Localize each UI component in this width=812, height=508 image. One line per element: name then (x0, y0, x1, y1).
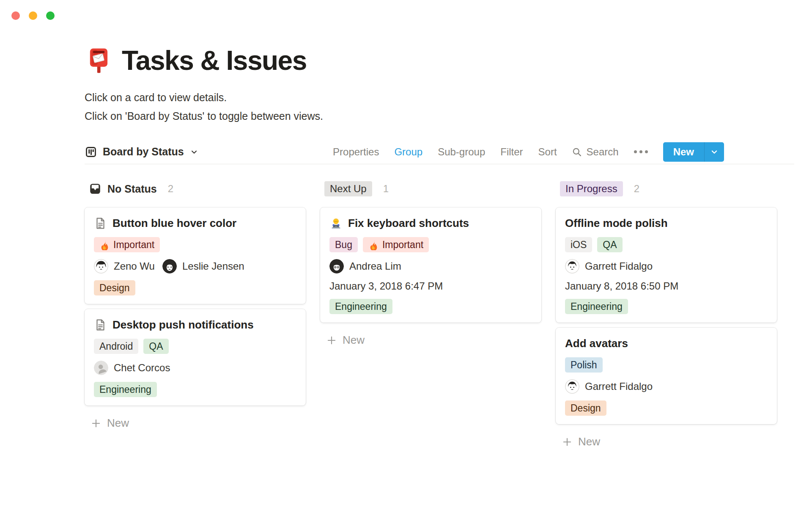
card-fix-keyboard-shortcuts[interactable]: Fix keyboard shortcutsBug Important Andr… (320, 207, 541, 323)
tag-engineering: Engineering (565, 299, 628, 314)
plus-icon (91, 418, 102, 429)
card-button-blue-hover-color[interactable]: Button blue hover color Important Zeno W… (85, 207, 306, 304)
card-title: Button blue hover color (94, 216, 296, 230)
card-add-avatars[interactable]: Add avatarsPolish Garrett FidalgoDesign (556, 328, 777, 424)
search-label: Search (587, 146, 619, 158)
add-card-label: New (578, 435, 600, 448)
tag-important: Important (363, 237, 429, 252)
card-title: Desktop push notifications (94, 318, 296, 332)
view-switcher-board-by-status[interactable]: Board by Status (85, 146, 199, 158)
add-card-button-in-progress[interactable]: New (556, 435, 777, 448)
board-column-no-status: No Status2 Button blue hover color Impor… (85, 181, 306, 448)
tag-row: Engineering (329, 299, 532, 314)
plus-icon (562, 436, 573, 447)
avatar-leslie-jensen (162, 259, 177, 273)
page-description: Click on a card to view details. Click o… (85, 88, 812, 125)
person-row: Zeno Wu Leslie Jensen (94, 259, 296, 273)
more-options-button[interactable] (633, 149, 649, 155)
tag-row: AndroidQA (94, 339, 296, 354)
tag-engineering: Engineering (94, 382, 157, 397)
plus-icon (326, 335, 337, 346)
menu-item-sort[interactable]: Sort (538, 146, 557, 158)
person-name: Garrett Fidalgo (585, 260, 653, 272)
card-title: Fix keyboard shortcuts (329, 216, 532, 230)
add-card-button-no-status[interactable]: New (85, 417, 306, 430)
page-content: Tasks & Issues Click on a card to view d… (0, 0, 812, 448)
person-row: Garrett Fidalgo (565, 259, 768, 273)
search-button[interactable]: Search (571, 146, 619, 158)
menu-item-group[interactable]: Group (394, 146, 422, 158)
menu-item-filter[interactable]: Filter (500, 146, 523, 158)
tag-design: Design (565, 400, 606, 416)
add-card-label: New (107, 417, 129, 430)
person-row: Garrett Fidalgo (565, 379, 768, 394)
board-column-next-up: Next Up1 Fix keyboard shortcutsBug Impor… (320, 181, 541, 448)
add-card-label: New (343, 334, 365, 347)
card-date: January 3, 2018 6:47 PM (329, 280, 532, 292)
tag-android: Android (94, 339, 138, 354)
chevron-down-icon (189, 147, 199, 157)
menu-item-properties[interactable]: Properties (333, 146, 379, 158)
column-status-pill-next-up[interactable]: Next Up (324, 181, 372, 196)
new-button[interactable]: New (663, 142, 704, 162)
card-title-text: Add avatars (565, 336, 628, 351)
column-status-pill-in-progress[interactable]: In Progress (560, 181, 623, 196)
person-leslie-jensen: Leslie Jensen (162, 259, 244, 273)
person-garrett-fidalgo: Garrett Fidalgo (565, 259, 653, 273)
person-garrett-fidalgo: Garrett Fidalgo (565, 379, 653, 394)
person-name: Garrett Fidalgo (585, 381, 653, 392)
view-toolbar: Board by Status PropertiesGroupSub-group… (85, 140, 794, 164)
avatar-zeno-wu (94, 259, 108, 273)
person-zeno-wu: Zeno Wu (94, 259, 155, 273)
avatar-garrett-fidalgo (565, 379, 579, 394)
card-title: Offline mode polish (565, 216, 768, 230)
toolbar-actions: PropertiesGroupSub-groupFilterSort Searc… (333, 142, 724, 162)
person-name: Andrea Lim (349, 260, 401, 272)
tag-engineering: Engineering (329, 299, 392, 314)
tag-row: Design (565, 400, 768, 416)
column-count-next-up: 1 (383, 183, 389, 195)
page-title-text: Tasks & Issues (122, 45, 307, 76)
column-label-no-status: No Status (107, 183, 157, 195)
column-header-in-progress: In Progress2 (560, 181, 777, 196)
fire-icon (368, 240, 379, 250)
board-column-in-progress: In Progress2Offline mode polishiOSQA Gar… (556, 181, 777, 448)
tag-row: Bug Important (329, 237, 532, 252)
tag-label: Engineering (99, 384, 151, 395)
tag-label: Design (571, 403, 601, 414)
new-dropdown-button[interactable] (704, 142, 724, 162)
tag-label: Important (382, 239, 423, 251)
tag-design: Design (94, 280, 135, 295)
tag-row: Design (94, 280, 296, 295)
column-header-next-up: Next Up1 (324, 181, 541, 196)
avatar-garrett-fidalgo (565, 259, 579, 273)
card-date: January 8, 2018 6:50 PM (565, 280, 768, 292)
view-switcher-label: Board by Status (103, 146, 184, 158)
add-card-button-next-up[interactable]: New (320, 334, 541, 347)
postbox-icon (85, 47, 112, 75)
toolbar-menu: PropertiesGroupSub-groupFilterSort (333, 146, 557, 158)
tag-important: Important (94, 237, 160, 252)
card-offline-mode-polish[interactable]: Offline mode polishiOSQA Garrett Fidalgo… (556, 207, 777, 323)
tag-ios: iOS (565, 237, 592, 252)
close-button[interactable] (11, 11, 20, 20)
card-desktop-push-notifications[interactable]: Desktop push notificationsAndroidQA Chet… (85, 309, 306, 406)
person-row: Chet Corcos (94, 361, 296, 375)
person-name: Leslie Jensen (182, 260, 244, 272)
tag-label: Android (99, 341, 133, 352)
menu-item-sub-group[interactable]: Sub-group (438, 146, 485, 158)
tag-label: QA (603, 239, 617, 251)
search-icon (571, 146, 582, 157)
technologist-icon (329, 217, 343, 230)
page-icon (94, 318, 107, 331)
tag-label: Bug (335, 239, 352, 251)
card-title-text: Offline mode polish (565, 216, 668, 230)
fire-icon (99, 240, 110, 250)
tag-polish: Polish (565, 357, 603, 373)
titlebar (11, 11, 55, 20)
tag-qa: QA (597, 237, 622, 252)
zoom-button[interactable] (46, 11, 55, 20)
column-cards-no-status: Button blue hover color Important Zeno W… (85, 207, 306, 406)
card-title-text: Button blue hover color (112, 216, 236, 230)
minimize-button[interactable] (29, 11, 37, 20)
